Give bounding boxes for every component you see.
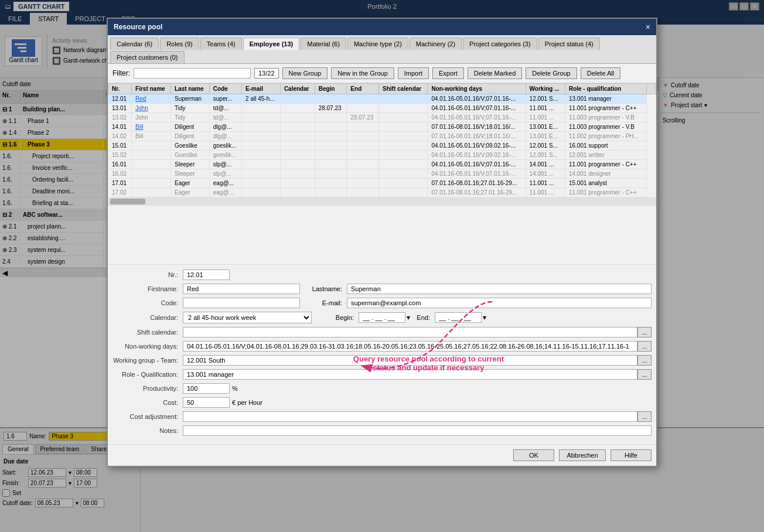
cost-adj-browse-button[interactable]: ... (637, 411, 652, 422)
table-row-17-02[interactable]: 17.02 Eager eag@... 07.01.16-08.01.16;27… (108, 188, 656, 197)
detail-productivity-row: Productivity: % (112, 383, 652, 394)
begin-input[interactable] (359, 312, 405, 323)
table-row-15-01[interactable]: 15.01 Goeslike goeslik... 04.01.16-05.01… (108, 141, 656, 151)
employee-table: Nr. First name Last name Code E-mail Cal… (108, 83, 656, 197)
cell-first[interactable]: John (132, 104, 171, 113)
cell-begin: 28.07.23 (315, 104, 347, 113)
table-row-14-02[interactable]: 14.02 Bill Diligent dlg@... 07.01.16-08.… (108, 132, 656, 141)
cell-email (242, 132, 281, 141)
productivity-input[interactable] (183, 383, 230, 394)
firstname-input[interactable] (183, 284, 300, 294)
tab-proj-status[interactable]: Project status (4) (538, 37, 600, 50)
shift-label: Shift calendar: (112, 329, 183, 336)
cell-email (242, 188, 281, 197)
table-row-16-02[interactable]: 16.02 Sleeper slp@... 04.01.16-05.01.16/… (108, 169, 656, 179)
table-row-16-01[interactable]: 16.01 Sleeper slp@... 04.01.16-05.01.16/… (108, 160, 656, 169)
cost-input[interactable] (183, 397, 230, 408)
cell-last: Tidy (171, 104, 210, 113)
delete-all-button[interactable]: Delete All (581, 67, 620, 79)
tab-teams[interactable]: Teams (4) (200, 37, 242, 50)
th-scroll (647, 84, 656, 94)
notes-label: Notes: (112, 427, 183, 434)
th-code: Code (209, 84, 241, 94)
cell-cal (280, 188, 315, 197)
new-group-button[interactable]: New Group (282, 67, 328, 79)
nr-input[interactable] (183, 270, 230, 280)
modal-ok-button[interactable]: OK (513, 449, 554, 461)
detail-role-row: Role - Qualification: ... (112, 369, 652, 380)
cost-adj-input[interactable] (183, 411, 637, 422)
delete-group-button[interactable]: Delete Group (526, 67, 577, 79)
end-input[interactable] (435, 312, 482, 323)
cell-shift (379, 122, 428, 132)
cell-begin (315, 141, 347, 151)
tab-machine-type[interactable]: Machine type (2) (347, 37, 408, 50)
code-input[interactable] (183, 298, 300, 308)
modal-close-button[interactable]: × (646, 22, 650, 32)
cell-role: 14.001 designer (565, 169, 646, 179)
shift-browse-button[interactable]: ... (637, 327, 652, 337)
tab-calendar[interactable]: Calendar (6) (110, 37, 159, 50)
tab-proj-customers[interactable]: Project customers (0) (110, 51, 185, 63)
cell-cal (280, 113, 315, 122)
cell-last: Goeslike (171, 141, 210, 151)
cell-last: Sleeper (171, 160, 210, 169)
delete-marked-button[interactable]: Delete Marked (468, 67, 523, 79)
cell-end (347, 132, 379, 141)
tab-material[interactable]: Material (6) (301, 37, 346, 50)
cell-begin (315, 179, 347, 188)
workgroup-browse-button[interactable]: ... (637, 355, 652, 366)
workgroup-input[interactable] (183, 355, 637, 366)
tab-employee[interactable]: Employee (13) (243, 37, 300, 50)
cell-shift (379, 151, 428, 160)
tab-roles[interactable]: Roles (9) (160, 37, 199, 50)
tab-machinery[interactable]: Machinery (2) (410, 37, 462, 50)
cell-begin (315, 188, 347, 197)
cell-nonwork: 04.01.16-05.01.16/V;07.01.16-... (428, 113, 526, 122)
cell-begin (315, 169, 347, 179)
cell-end (347, 179, 379, 188)
detail-cost-row: Cost: € per Hour (112, 397, 652, 408)
cell-first[interactable]: Red (132, 94, 171, 104)
export-button[interactable]: Export (432, 67, 464, 79)
new-in-group-button[interactable]: New in the Group (331, 67, 394, 79)
nonwork-input[interactable] (183, 341, 637, 352)
cell-nonwork: 07.01.16-08.01.16/V;18.01.16/... (428, 122, 526, 132)
table-row-17-01[interactable]: 17.01 Eager eag@... 07.01.16-08.01.16;27… (108, 179, 656, 188)
table-header: Nr. First name Last name Code E-mail Cal… (108, 84, 656, 94)
table-row-12-01[interactable]: 12.01 Red Superman super... 2 all 45-h..… (108, 94, 656, 104)
filter-input[interactable] (134, 68, 251, 79)
role-input[interactable] (183, 369, 637, 380)
notes-input[interactable] (183, 425, 652, 436)
begin-dropdown-icon[interactable]: ▾ (405, 313, 411, 322)
shift-input[interactable] (183, 327, 637, 337)
cell-working: 14.001 ... (526, 160, 565, 169)
cell-last: Diligent (171, 132, 210, 141)
table-row-13-01[interactable]: 13.01 John Tidy td@... 28.07.23 04.01.16… (108, 104, 656, 113)
lastname-input[interactable] (347, 284, 652, 294)
nonwork-label: Non-working days: (112, 343, 183, 350)
tab-proj-categories[interactable]: Project categories (3) (463, 37, 537, 50)
table-hscroll[interactable] (108, 197, 656, 206)
cell-cal (280, 141, 315, 151)
modal-hilfe-button[interactable]: Hilfe (610, 449, 652, 461)
role-label: Role - Qualification: (112, 371, 183, 378)
table-row-13-02[interactable]: 13.02 John Tidy td@... 28.07.23 04.01.16… (108, 113, 656, 122)
cell-role: 11.001 programmer - C++ (565, 104, 646, 113)
end-dropdown-icon[interactable]: ▾ (482, 313, 487, 322)
nonwork-browse-button[interactable]: ... (637, 341, 652, 352)
table-row-15-02[interactable]: 15.02 Goeslike goeslik... 04.01.16-05.01… (108, 151, 656, 160)
import-button[interactable]: Import (398, 67, 429, 79)
role-browse-button[interactable]: ... (637, 369, 652, 380)
cell-nonwork: 04.01.16-05.01.16/V;07.01.16-... (428, 160, 526, 169)
calendar-select[interactable]: 2 all 45-hour work week (183, 312, 312, 323)
cell-shift (379, 160, 428, 169)
modal-abbrechen-button[interactable]: Abbrechen (559, 449, 606, 461)
cell-nonwork: 04.01.16-05.01.16/V;07.01.16-... (428, 169, 526, 179)
email-input[interactable] (347, 298, 652, 308)
detail-notes-row: Notes: (112, 425, 652, 436)
table-row-14-01[interactable]: 14.01 Bill Diligent dlg@... 07.01.16-08.… (108, 122, 656, 132)
cell-role: 16.001 support (565, 141, 646, 151)
cell-working: 12.001 S... (526, 141, 565, 151)
cell-first[interactable]: Bill (132, 122, 171, 132)
